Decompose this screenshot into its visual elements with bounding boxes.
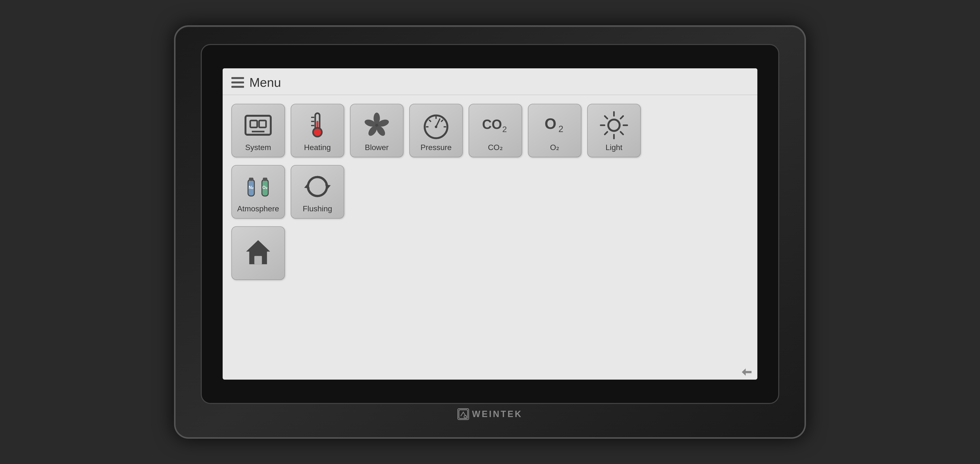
o2-button[interactable]: O 2 O₂ [528,104,581,157]
svg-rect-40 [263,177,267,181]
button-row-2: N₂ O₂ Atmosphere [231,165,749,218]
brand-logo-icon [457,408,469,420]
menu-header: Menu [223,69,757,95]
o2-label: O₂ [550,143,559,152]
atmosphere-label: Atmosphere [237,204,279,213]
pressure-button[interactable]: Pressure [409,104,463,157]
button-row-1: System [231,104,749,157]
svg-rect-46 [254,256,262,264]
heating-icon [302,110,333,141]
device-bezel: Menu [201,44,779,404]
blower-label: Blower [365,143,389,152]
svg-text:O: O [544,115,556,132]
svg-point-48 [464,415,467,418]
svg-text:O₂: O₂ [262,185,267,190]
svg-line-34 [620,132,623,134]
flushing-icon [302,171,333,203]
co2-button[interactable]: CO 2 CO₂ [469,104,522,157]
home-button[interactable] [231,226,285,280]
light-button[interactable]: Light [587,104,641,157]
svg-rect-39 [249,177,253,181]
svg-line-35 [620,116,623,118]
page-title: Menu [250,75,281,90]
device-outer: Menu [174,25,806,439]
pressure-label: Pressure [420,143,452,152]
svg-point-28 [608,120,620,131]
button-row-3 [231,226,749,280]
bottom-bar [742,368,751,376]
atmosphere-button[interactable]: N₂ O₂ Atmosphere [231,165,285,218]
menu-list-icon [231,77,244,88]
svg-rect-1 [250,120,258,128]
svg-rect-2 [259,120,266,128]
system-button[interactable]: System [231,104,285,157]
svg-point-6 [313,128,322,136]
pressure-icon [420,110,452,141]
atmosphere-icon: N₂ O₂ [242,171,274,203]
heating-button[interactable]: Heating [291,104,344,157]
svg-line-23 [436,119,440,127]
home-icon [242,236,274,268]
flushing-button[interactable]: Flushing [291,165,344,218]
blower-button[interactable]: Blower [350,104,404,157]
menu-content: System [223,95,757,379]
system-label: System [245,143,271,152]
o2-icon: O 2 [539,109,570,141]
co2-label: CO₂ [488,143,503,152]
light-icon [598,110,630,141]
svg-line-22 [429,120,431,121]
brand-name: WEINTEK [472,409,523,419]
svg-line-33 [605,116,607,118]
blower-icon [361,110,393,141]
svg-text:CO: CO [482,117,502,132]
light-label: Light [605,143,622,152]
svg-text:2: 2 [503,124,507,134]
flushing-label: Flushing [303,204,332,213]
svg-line-21 [441,120,443,121]
svg-text:N₂: N₂ [249,185,253,190]
screen: Menu [223,69,757,379]
system-icon [242,110,274,141]
svg-text:2: 2 [558,124,563,134]
brand-bar: WEINTEK [457,408,523,420]
co2-icon: CO 2 [480,109,511,141]
heating-label: Heating [304,143,331,152]
svg-line-36 [605,132,607,134]
back-arrow-icon[interactable] [742,368,751,376]
